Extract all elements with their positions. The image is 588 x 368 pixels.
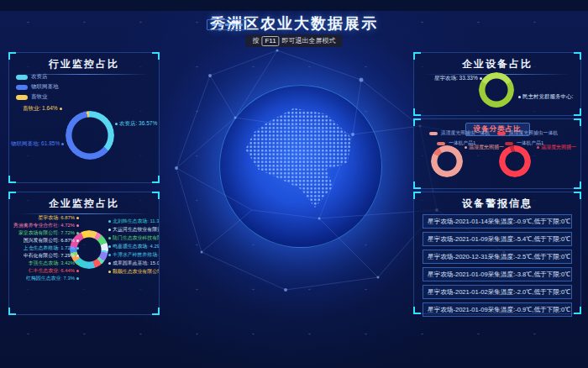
- callout-dot: [537, 146, 539, 149]
- panel-title: 设备警报信息: [414, 197, 580, 211]
- chart-callout: 中石化有限公司: 7.29%: [24, 253, 79, 259]
- callout-dot: [108, 237, 111, 239]
- callout-dot: [76, 224, 79, 227]
- panel-enterprise-ratio: 企业监控占比 星宇农场: 6.87%秀洲禽养专业合作社: 4.72%家皇农场有限…: [8, 192, 160, 315]
- legend-item: 农资店: [16, 73, 59, 81]
- callout-label: 温湿度光照捕一: [541, 144, 576, 151]
- industry-donut-chart[interactable]: [66, 111, 114, 160]
- panel-device-class: 设备分类占比 温湿度光照捕虫一体机一体机产品1 温湿度光照捕虫一体机一体机产品1…: [413, 118, 581, 189]
- callout-label: 大运河生态牧业有限责任公: [113, 227, 159, 233]
- class-left-donut-chart[interactable]: [431, 145, 463, 177]
- callout-dot: [115, 123, 118, 125]
- callout-dot: [480, 77, 482, 80]
- panel-device-alarms: 设备警报信息 星宇农场-2021-01-14采集温度:-0.9℃,低于下限:0℃…: [413, 192, 581, 314]
- callout-label: 鸣嘉塘生态农场: 4.29: [113, 244, 159, 250]
- divider: [19, 213, 149, 214]
- callout-dot: [108, 220, 111, 223]
- chart-callout: 陆门生态农业科技有限公: [108, 235, 159, 241]
- top-bar: [0, 0, 588, 11]
- chart-callout: 畜牧业: 1.64%: [23, 105, 62, 113]
- callout-label: 家皇农场有限公司: 7.72%: [18, 230, 75, 236]
- callout-dot: [60, 108, 62, 110]
- dashboard: 秀洲区农业大数据展示 按F11即可退出全屏模式 行业监控占比 农资店物联网基地畜…: [0, 0, 588, 368]
- device-donut-chart[interactable]: [479, 72, 514, 108]
- legend-item: 物联网基地: [16, 83, 59, 91]
- chart-callout: 李强生态农场: 3.42%: [29, 260, 79, 266]
- callout-dot: [108, 271, 111, 273]
- legend-swatch: [505, 142, 513, 145]
- globe-continents: [230, 96, 372, 238]
- legend-swatch: [16, 85, 28, 90]
- callout-dot: [76, 217, 79, 219]
- enterprise-labels-left: 星宇农场: 6.87%秀洲禽养专业合作社: 4.72%家皇农场有限公司: 7.7…: [12, 215, 79, 281]
- alarm-row: 星宇农场-2021-01-09采集温度:-3.8℃,低于下限:0℃: [423, 267, 572, 281]
- alarm-row: 星宇农场-2020-12-31采集温度:-2.5℃,低于下限:0℃: [423, 250, 572, 264]
- panel-industry-ratio: 行业监控占比 农资店物联网基地畜牧业 畜牧业: 1.64% 农资店: 36.57…: [8, 52, 160, 183]
- chart-callout: 农资店: 36.57%: [115, 120, 157, 128]
- callout-dot: [61, 143, 64, 145]
- legend-item: 温湿度光照捕虫一体机: [429, 129, 490, 137]
- legend-swatch: [437, 142, 445, 145]
- chart-callout: 北刘韩生态农场: 11.36%: [108, 218, 159, 224]
- alarm-list: 星宇农场-2021-01-14采集温度:-0.9℃,低于下限:0℃星宇农场-20…: [423, 214, 572, 317]
- chart-callout: 温湿度光照捕一: [537, 144, 576, 151]
- industry-legend: 农资店物联网基地畜牧业: [16, 73, 59, 101]
- alarm-row: 星宇农场-2021-01-09采集温度:-5.4℃,低于下限:0℃: [423, 232, 572, 246]
- callout-label: 北刘韩生态农场: 11.36%: [113, 218, 159, 224]
- panel-device-share: 企业设备占比 星宇农场: 33.33% 民主村党群服务中心:: [413, 52, 581, 116]
- legend-swatch: [16, 95, 28, 100]
- legend-swatch: [429, 132, 438, 135]
- page-title: 秀洲区农业大数据展示: [0, 11, 588, 36]
- callout-dot: [76, 247, 79, 250]
- alarm-row: 星宇农场-2021-01-02采集温度:-2.0℃,低于下限:0℃: [423, 285, 572, 299]
- legend-item: 畜牧业: [16, 93, 59, 101]
- chart-callout: 星宇农场: 6.87%: [38, 215, 79, 221]
- chart-callout: 温湿度光照捕一: [465, 144, 504, 151]
- chart-callout: 丰潭水产种苗养殖场: 1.: [108, 252, 159, 258]
- legend-label: 温湿度光照捕虫一体机: [441, 129, 490, 137]
- callout-label: 陆门生态农业科技有限公: [113, 235, 159, 241]
- callout-dot: [76, 270, 79, 272]
- chart-callout: 家皇农场有限公司: 7.72%: [18, 230, 79, 236]
- chart-callout: 上仓生态养殖场: 1.72%: [24, 245, 79, 251]
- alarm-row: 星宇农场-2021-01-14采集温度:-0.9℃,低于下限:0℃: [423, 214, 572, 229]
- globe: [219, 85, 382, 248]
- legend-swatch: [16, 75, 28, 80]
- chart-callout: 鸣嘉塘生态农场: 4.29: [108, 244, 159, 250]
- legend-label: 畜牧业: [31, 93, 48, 101]
- callout-label: 上仓生态养殖场: 1.72%: [24, 245, 75, 251]
- f11-key: F11: [261, 36, 279, 46]
- chart-callout: 秀洲禽养专业合作社: 4.72%: [13, 223, 79, 229]
- chart-callout: 大运河生态牧业有限责任公: [108, 227, 159, 233]
- legend-label: 农资店: [31, 73, 48, 81]
- tip-prefix: 按: [252, 37, 259, 45]
- callout-label: 星宇农场: 33.33%: [434, 75, 478, 82]
- chart-callout: 颗颖生态农业有限公司: 6.87%: [108, 269, 159, 275]
- callout-dot: [76, 277, 79, 280]
- callout-label: 国兴发有限公司: 6.87%: [24, 238, 75, 244]
- callout-dot: [76, 255, 79, 257]
- callout-dot: [76, 232, 79, 234]
- callout-label: 中石化有限公司: 7.29%: [24, 253, 75, 259]
- callout-dot: [518, 96, 521, 98]
- callout-label: 物联网基地: 61.85%: [11, 140, 60, 148]
- fullscreen-tip: 按F11即可退出全屏模式: [245, 34, 342, 47]
- legend-label: 温湿度光照捕虫一体机: [509, 129, 558, 137]
- enterprise-labels-right: 北刘韩生态农场: 11.36%大运河生态牧业有限责任公陆门生态农业科技有限公鸣嘉…: [108, 218, 159, 275]
- callout-dot: [108, 262, 111, 265]
- tip-suffix: 即可退出全屏模式: [282, 37, 336, 45]
- chart-callout: 星宇农场: 33.33%: [434, 75, 482, 82]
- callout-label: 成果园果蔬基地: 15.02%: [113, 260, 159, 266]
- callout-label: 畜牧业: 1.64%: [23, 105, 58, 113]
- header-logo: [207, 19, 247, 30]
- chart-callout: 红梅园生态农业: 7.3%: [26, 276, 79, 281]
- callout-label: 温湿度光照捕一: [469, 144, 504, 151]
- panel-title: 行业监控占比: [9, 57, 159, 71]
- callout-dot: [465, 146, 467, 149]
- callout-label: 红梅园生态农业: 7.3%: [26, 276, 75, 281]
- chart-callout: 仁丰生态农业: 6.44%: [29, 268, 79, 274]
- legend-item: 温湿度光照捕虫一体机: [497, 129, 558, 137]
- chart-callout: 物联网基地: 61.85%: [11, 140, 64, 148]
- panel-title: 企业监控占比: [9, 197, 159, 211]
- callout-label: 民主村党群服务中心:: [522, 93, 573, 101]
